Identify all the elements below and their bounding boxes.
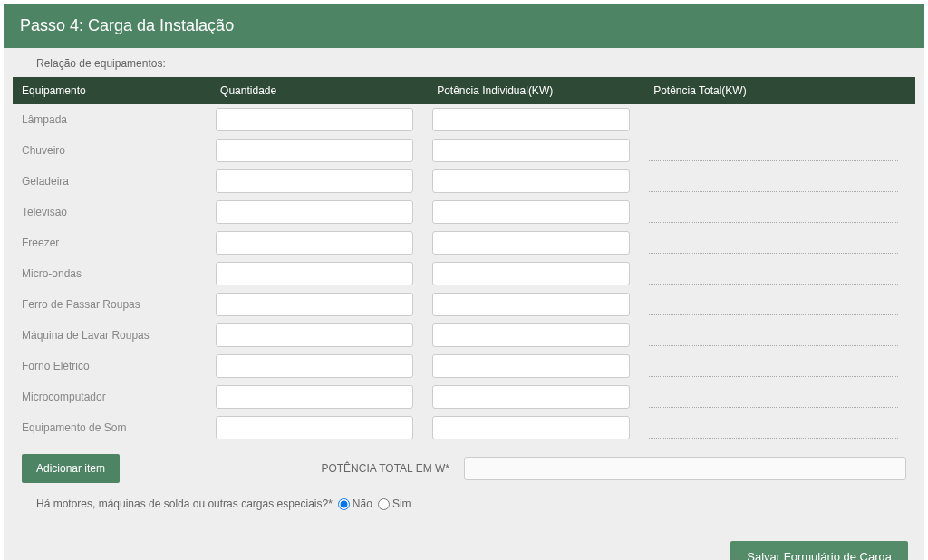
quantity-input[interactable] bbox=[216, 169, 413, 193]
total-power-cell bbox=[649, 263, 897, 285]
table-row: Lâmpada bbox=[13, 104, 915, 135]
actions-row: Adicionar item POTÊNCIA TOTAL EM W* bbox=[4, 443, 924, 490]
page-title: Passo 4: Carga da Instalação bbox=[20, 16, 234, 34]
table-header-row: Equipamento Quantidade Potência Individu… bbox=[13, 77, 915, 104]
radio-yes-text: Sim bbox=[392, 497, 411, 510]
individual-power-input[interactable] bbox=[432, 323, 630, 347]
col-total-power: Potência Total(KW) bbox=[644, 77, 915, 104]
quantity-input[interactable] bbox=[216, 416, 413, 439]
total-power-cell bbox=[649, 232, 897, 254]
quantity-input[interactable] bbox=[216, 323, 413, 347]
special-loads-question: Há motores, máquinas de solda ou outras … bbox=[36, 497, 333, 510]
equipment-name: Geladeira bbox=[13, 166, 211, 197]
equipment-name: Forno Elétrico bbox=[13, 351, 211, 381]
radio-yes-label[interactable]: Sim bbox=[378, 497, 411, 510]
total-power-cell bbox=[649, 140, 897, 161]
section-label: Relação de equipamentos: bbox=[4, 48, 924, 77]
radio-no[interactable] bbox=[338, 498, 350, 510]
equipment-table-wrap: Equipamento Quantidade Potência Individu… bbox=[4, 77, 924, 443]
total-power-cell bbox=[649, 324, 897, 346]
table-row: Micro-ondas bbox=[13, 258, 915, 289]
quantity-input[interactable] bbox=[216, 139, 413, 162]
total-power-cell bbox=[649, 386, 897, 408]
individual-power-input[interactable] bbox=[432, 354, 630, 378]
equipment-name: Televisão bbox=[13, 197, 211, 227]
table-row: Televisão bbox=[13, 197, 915, 227]
quantity-input[interactable] bbox=[216, 262, 413, 285]
individual-power-input[interactable] bbox=[432, 108, 630, 131]
table-row: Chuveiro bbox=[13, 135, 915, 166]
quantity-input[interactable] bbox=[216, 108, 413, 131]
equipment-table: Equipamento Quantidade Potência Individu… bbox=[13, 77, 915, 443]
individual-power-input[interactable] bbox=[432, 293, 630, 316]
table-row: Geladeira bbox=[13, 166, 915, 197]
individual-power-input[interactable] bbox=[432, 231, 630, 255]
total-power-cell bbox=[649, 201, 897, 223]
radio-no-label[interactable]: Não bbox=[338, 497, 372, 510]
quantity-input[interactable] bbox=[216, 293, 413, 316]
individual-power-input[interactable] bbox=[432, 139, 630, 162]
total-power-input[interactable] bbox=[464, 457, 906, 480]
total-power-cell bbox=[649, 417, 897, 439]
special-loads-row: Há motores, máquinas de solda ou outras … bbox=[4, 490, 924, 517]
table-row: Ferro de Passar Roupas bbox=[13, 289, 915, 320]
col-quantity: Quantidade bbox=[211, 77, 428, 104]
individual-power-input[interactable] bbox=[432, 385, 630, 409]
quantity-input[interactable] bbox=[216, 200, 413, 224]
total-power-cell bbox=[649, 355, 897, 377]
add-item-button[interactable]: Adicionar item bbox=[22, 454, 120, 483]
individual-power-input[interactable] bbox=[432, 262, 630, 285]
save-row: Salvar Formulário de Carga bbox=[4, 517, 924, 560]
equipment-name: Equipamento de Som bbox=[13, 412, 211, 443]
table-row: Equipamento de Som bbox=[13, 412, 915, 443]
total-power-cell bbox=[649, 109, 897, 130]
form-content: Relação de equipamentos: Equipamento Qua… bbox=[4, 48, 924, 560]
equipment-name: Microcomputador bbox=[13, 381, 211, 412]
radio-no-text: Não bbox=[353, 497, 372, 510]
total-power-cell bbox=[649, 170, 897, 192]
save-form-button[interactable]: Salvar Formulário de Carga bbox=[730, 541, 908, 560]
radio-yes[interactable] bbox=[378, 498, 390, 510]
individual-power-input[interactable] bbox=[432, 416, 630, 439]
total-power-cell bbox=[649, 294, 897, 315]
equipment-name: Ferro de Passar Roupas bbox=[13, 289, 211, 320]
col-individual-power: Potência Individual(KW) bbox=[428, 77, 644, 104]
equipment-name: Micro-ondas bbox=[13, 258, 211, 289]
col-equipment: Equipamento bbox=[13, 77, 211, 104]
equipment-name: Freezer bbox=[13, 227, 211, 258]
quantity-input[interactable] bbox=[216, 231, 413, 255]
quantity-input[interactable] bbox=[216, 385, 413, 409]
quantity-input[interactable] bbox=[216, 354, 413, 378]
table-row: Máquina de Lavar Roupas bbox=[13, 320, 915, 351]
equipment-name: Chuveiro bbox=[13, 135, 211, 166]
table-row: Microcomputador bbox=[13, 381, 915, 412]
total-power-label: POTÊNCIA TOTAL EM W* bbox=[321, 462, 455, 475]
equipment-name: Lâmpada bbox=[13, 104, 211, 135]
table-row: Forno Elétrico bbox=[13, 351, 915, 381]
equipment-name: Máquina de Lavar Roupas bbox=[13, 320, 211, 351]
page-header: Passo 4: Carga da Instalação bbox=[4, 4, 924, 48]
individual-power-input[interactable] bbox=[432, 169, 630, 193]
table-row: Freezer bbox=[13, 227, 915, 258]
individual-power-input[interactable] bbox=[432, 200, 630, 224]
